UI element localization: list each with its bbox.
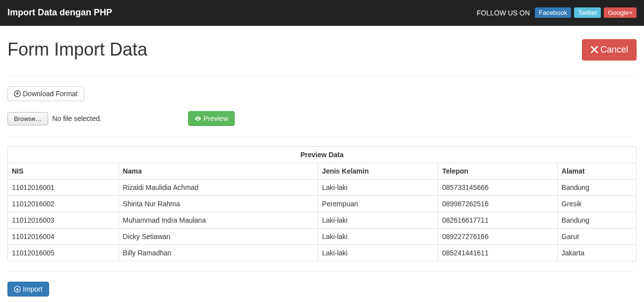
table-cell: Laki-laki [318,229,438,245]
download-icon [14,90,21,97]
table-cell: Garut [557,229,636,245]
twitter-link[interactable]: Twitter [574,7,601,18]
table-cell: Bandung [557,212,636,229]
table-cell: Jakarta [557,245,636,261]
preview-table-caption: Preview Data [8,147,637,163]
table-column-header: Jenis Kelamin [318,163,438,180]
table-cell: Rizaldi Maulidia Achmad [119,180,318,196]
table-cell: Gresik [557,196,636,212]
divider-2 [7,136,637,136]
table-cell: 11012016005 [8,245,119,261]
page-header-row: Form Import Data Cancel [7,33,637,66]
download-format-label: Download Format [23,90,78,98]
table-cell: Bandung [557,180,636,196]
table-cell: Muhammad Indra Maulana [119,212,318,229]
eye-icon [194,115,201,122]
main-container: Form Import Data Cancel Download Format … [0,26,644,302]
table-cell: 089987262516 [438,196,558,212]
import-button-label: Import [23,285,43,293]
preview-table-head: Preview Data NISNamaJenis KelaminTelepon… [8,147,637,180]
table-column-header: Telepon [438,163,558,180]
table-column-header: Alamat [557,163,636,180]
table-cell: Shinta Nur Rahma [119,196,318,212]
browse-button[interactable]: Browse… [7,112,48,125]
navbar: Import Data dengan PHP FOLLOW US ON Face… [0,0,644,26]
facebook-link[interactable]: Facebook [535,7,571,18]
preview-table-header-row: NISNamaJenis KelaminTeleponAlamat [8,163,637,180]
navbar-brand[interactable]: Import Data dengan PHP [7,0,112,25]
table-row: 11012016001Rizaldi Maulidia AchmadLaki-l… [8,180,637,196]
table-cell: 082616617711 [438,212,558,229]
file-status-text: No file selected. [52,115,102,122]
preview-button-label: Preview [203,115,228,122]
table-cell: Dicky Setiawan [119,229,318,245]
preview-table: Preview Data NISNamaJenis KelaminTelepon… [7,146,637,261]
download-format-button[interactable]: Download Format [7,86,84,101]
divider-3 [7,271,637,272]
file-input-wrapper: Browse… No file selected. [7,112,102,125]
table-cell: Laki-laki [318,245,438,261]
table-cell: Billy Ramadhan [119,245,318,261]
table-cell: 11012016004 [8,229,119,245]
table-column-header: NIS [8,163,119,180]
table-cell: 089227276166 [438,229,558,245]
table-cell: 11012016001 [8,180,119,196]
table-cell: 11012016002 [8,196,119,212]
table-cell: Laki-laki [318,180,438,196]
google-plus-link[interactable]: Google+ [604,7,637,18]
page-title: Form Import Data [7,39,147,60]
cancel-button[interactable]: Cancel [582,39,637,60]
preview-button[interactable]: Preview [188,111,235,126]
table-row: 11012016003Muhammad Indra MaulanaLaki-la… [8,212,637,229]
table-row: 11012016005Billy RamadhanLaki-laki085241… [8,245,637,261]
file-form-row: Browse… No file selected. Preview [7,111,637,126]
close-icon [590,46,598,54]
table-column-header: Nama [119,163,318,180]
upload-icon [14,286,21,293]
table-cell: Perempuan [318,196,438,212]
table-cell: 085241441611 [438,245,558,261]
preview-table-body: 11012016001Rizaldi Maulidia AchmadLaki-l… [8,180,637,261]
import-button[interactable]: Import [7,282,49,297]
divider-1 [7,76,637,76]
follow-us-text: FOLLOW US ON [477,9,530,17]
cancel-button-label: Cancel [600,45,628,55]
svg-point-1 [197,118,199,120]
navbar-right: FOLLOW US ON Facebook Twitter Google+ [477,7,637,18]
table-row: 11012016004Dicky SetiawanLaki-laki089227… [8,229,637,245]
table-cell: 11012016003 [8,212,119,229]
table-row: 11012016002Shinta Nur RahmaPerempuan0899… [8,196,637,212]
table-cell: 085733145666 [438,180,558,196]
table-cell: Laki-laki [318,212,438,229]
preview-table-caption-row: Preview Data [8,147,637,163]
